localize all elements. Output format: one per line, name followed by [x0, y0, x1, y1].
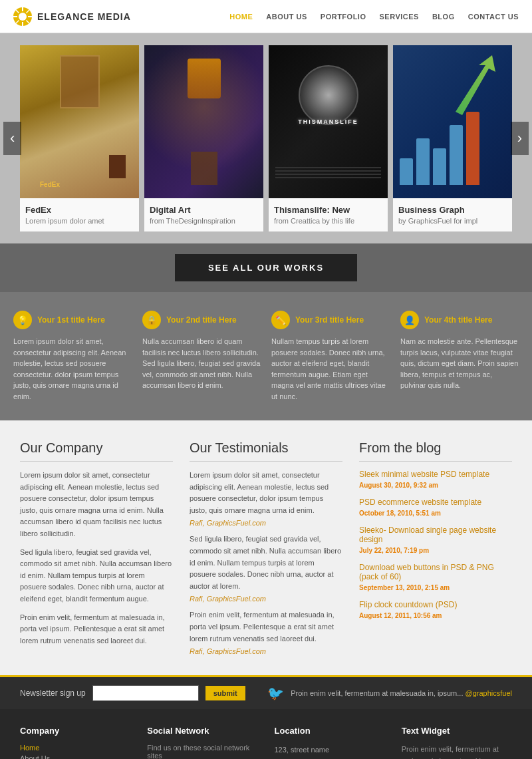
newsletter-bar: Newsletter sign up submit 🐦 Proin enim v…	[0, 675, 532, 709]
testimonials-para2: Sed ligula libero, feugiat sed gravida v…	[190, 533, 342, 592]
company-para3: Proin enim velit, fermentum at malesuada…	[20, 612, 173, 647]
feature-3-icon: ✏️	[271, 311, 290, 329]
location-address: 123, street name	[275, 744, 385, 757]
footer-social-desc: Find us on these social network sites	[147, 744, 257, 759]
newsletter-submit-btn[interactable]: submit	[205, 686, 245, 700]
digital-desc: from TheDesignInspiration	[150, 217, 258, 225]
header: ELEGANCE MEDIA HOME ABOUT US PORTFOLIO S…	[0, 0, 532, 33]
fedex-title: FedEx	[25, 205, 134, 215]
company-para2: Sed ligula libero, feugiat sed gravida v…	[20, 547, 173, 605]
thismans-image: THISMANSLIFE	[269, 45, 388, 198]
feature-2-title: Your 2nd title Here	[166, 315, 237, 325]
footer-widget: Text Widget Proin enim velit, fermentum …	[402, 726, 512, 759]
blog-post-4-link[interactable]: Download web buttons in PSD & PNG (pack …	[359, 563, 512, 581]
logo-icon	[13, 7, 32, 26]
thismans-desc: from Creattica by this life	[274, 217, 382, 225]
digital-title: Digital Art	[150, 205, 258, 215]
fedex-image: FedEx	[20, 45, 139, 198]
feature-4: 👤 Your 4th title Here Nam ac molestie an…	[400, 311, 519, 402]
graph-desc: by GraphicsFuel for impl	[398, 217, 507, 225]
graph-caption: Business Graph by GraphicsFuel for impl	[393, 198, 512, 231]
testimonials-section: Our Testimonials Lorem ipsum dolor sit a…	[190, 440, 342, 655]
nav-home[interactable]: HOME	[229, 13, 253, 21]
feature-3-title: Your 3rd title Here	[295, 315, 364, 325]
nav-portfolio[interactable]: PORTFOLIO	[321, 13, 366, 21]
newsletter-input[interactable]	[92, 685, 199, 701]
fedex-desc: Lorem ipsum dolor amet	[25, 217, 134, 225]
blog-post-3-link[interactable]: Sleeko- Download single page website des…	[359, 526, 512, 544]
blog-post-5: Flip clock countdown (PSD) August 12, 20…	[359, 600, 512, 620]
blog-post-1-link[interactable]: Sleek minimal website PSD template	[359, 470, 512, 479]
blog-post-5-link[interactable]: Flip clock countdown (PSD)	[359, 600, 512, 609]
blog-post-2: PSD ecommerce website template October 1…	[359, 498, 512, 518]
location-details: 123, street name landmark, California 12…	[275, 744, 385, 759]
blog-post-2-link[interactable]: PSD ecommerce website template	[359, 498, 512, 507]
see-all-button[interactable]: SEE ALL OUR WORKS	[175, 254, 357, 281]
footer-link-home[interactable]: Home	[20, 744, 130, 752]
testimonials-author3: Rafi, GraphicsFuel.com	[190, 647, 342, 655]
portfolio-section: ‹ FedEx FedEx Lorem ipsum dolor amet	[0, 33, 532, 243]
feature-1-title: Your 1st title Here	[37, 315, 105, 325]
portfolio-item-thismans[interactable]: THISMANSLIFE Thismanslife: New from Crea…	[269, 45, 388, 231]
blog-post-5-date: August 12, 2011, 10:56 am	[359, 612, 442, 619]
thismans-caption: Thismanslife: New from Creattica by this…	[269, 198, 388, 231]
feature-1-icon: 💡	[13, 311, 32, 329]
footer-location: Location 123, street name landmark, Cali…	[275, 726, 385, 759]
company-title: Our Company	[20, 440, 173, 462]
see-all-section: SEE ALL OUR WORKS	[0, 243, 532, 292]
feature-2-icon: 🔒	[142, 311, 161, 329]
twitter-icon: 🐦	[267, 685, 284, 701]
graph-title: Business Graph	[398, 205, 507, 215]
footer-social: Social Network Find us on these social n…	[147, 726, 257, 759]
blog-post-3: Sleeko- Download single page website des…	[359, 526, 512, 555]
tweet-handle[interactable]: @graphicsfuel	[466, 689, 512, 697]
blog-post-4: Download web buttons in PSD & PNG (pack …	[359, 563, 512, 592]
testimonials-title: Our Testimonials	[190, 440, 342, 462]
footer-widget-title: Text Widget	[402, 726, 512, 736]
portfolio-grid: FedEx FedEx Lorem ipsum dolor amet Digit…	[20, 45, 512, 231]
portfolio-next-btn[interactable]: ›	[511, 122, 529, 155]
blog-post-2-date: October 18, 2010, 5:51 am	[359, 510, 441, 517]
features-section: 💡 Your 1st title Here Lorem ipsum dolor …	[0, 292, 532, 420]
nav-blog[interactable]: BLOG	[432, 13, 455, 21]
feature-1: 💡 Your 1st title Here Lorem ipsum dolor …	[13, 311, 132, 402]
footer-location-title: Location	[275, 726, 385, 736]
thismans-title: Thismanslife: New	[274, 205, 382, 215]
feature-3: ✏️ Your 3rd title Here Nullam tempus tur…	[271, 311, 390, 402]
portfolio-item-digital[interactable]: Digital Art from TheDesignInspiration	[144, 45, 263, 231]
feature-2-text: Nulla accumsan libero id quam facilisis …	[142, 336, 261, 391]
testimonials-para3: Proin enim velit, fermentum at malesuada…	[190, 609, 342, 645]
tweet-text: Proin enim velit, fermentum at malesuada…	[291, 689, 512, 697]
feature-4-icon: 👤	[400, 311, 419, 329]
portfolio-item-fedex[interactable]: FedEx FedEx Lorem ipsum dolor amet	[20, 45, 139, 231]
logo-text: ELEGANCE MEDIA	[37, 11, 131, 22]
fedex-caption: FedEx Lorem ipsum dolor amet	[20, 198, 139, 231]
blog-section: From the blog Sleek minimal website PSD …	[359, 440, 512, 655]
portfolio-prev-btn[interactable]: ‹	[3, 122, 21, 155]
newsletter-label: Newsletter sign up	[20, 688, 86, 698]
footer-social-title: Social Network	[147, 726, 257, 736]
tweet-body: Proin enim velit, fermentum at malesuada…	[291, 689, 463, 697]
logo[interactable]: ELEGANCE MEDIA	[13, 7, 229, 26]
footer-company-title: Company	[20, 726, 130, 736]
footer: Company Home About Us Portfolio Services…	[0, 709, 532, 759]
digital-caption: Digital Art from TheDesignInspiration	[144, 198, 263, 231]
feature-4-text: Nam ac molestie ante. Pellentesque turpi…	[400, 336, 519, 391]
blog-post-3-date: July 22, 2010, 7:19 pm	[359, 547, 429, 554]
nav-about[interactable]: ABOUT US	[266, 13, 307, 21]
main-nav: HOME ABOUT US PORTFOLIO SERVICES BLOG CO…	[229, 13, 519, 21]
footer-company: Company Home About Us Portfolio Services…	[20, 726, 130, 759]
nav-services[interactable]: SERVICES	[379, 13, 418, 21]
svg-point-1	[19, 13, 27, 21]
graph-image	[393, 45, 512, 198]
blog-post-1-date: August 30, 2010, 9:32 am	[359, 482, 438, 489]
blog-list: Sleek minimal website PSD template Augus…	[359, 470, 512, 620]
main-content: Our Company Lorem ipsum dolor sit amet, …	[0, 420, 532, 675]
blog-title: From the blog	[359, 440, 512, 462]
newsletter-left: Newsletter sign up submit	[20, 685, 245, 701]
nav-contact[interactable]: CONTACT US	[468, 13, 519, 21]
feature-1-text: Lorem ipsum dolor sit amet, consectetur …	[13, 336, 132, 402]
portfolio-item-graph[interactable]: Business Graph by GraphicsFuel for impl	[393, 45, 512, 231]
company-section: Our Company Lorem ipsum dolor sit amet, …	[20, 440, 173, 655]
footer-link-about[interactable]: About Us	[20, 754, 130, 759]
